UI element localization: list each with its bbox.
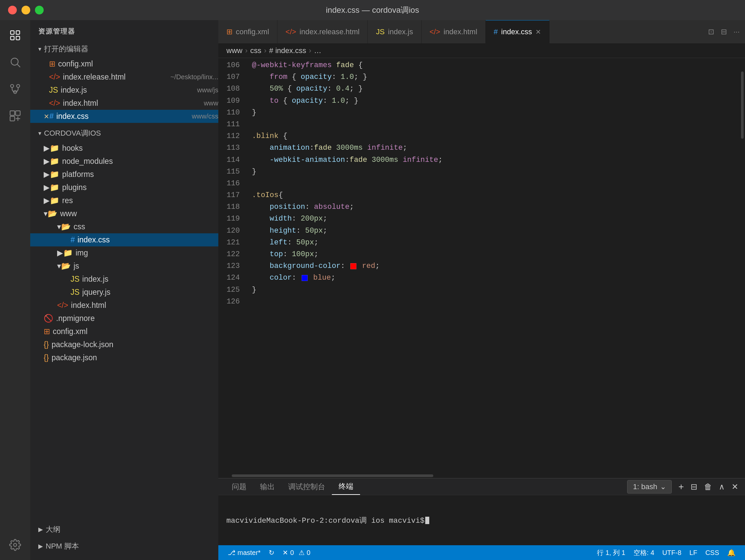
html-file-icon: </>	[57, 301, 68, 310]
outline-section[interactable]: ▶ 大纲	[30, 521, 218, 538]
terminal-tab-bar: 问题 输出 调试控制台 终端 1: bash ⌄ + ⊟ 🗑 ∧ ✕	[218, 479, 745, 495]
scrollbar[interactable]	[740, 58, 745, 473]
tab-close-icon[interactable]: ✕	[536, 28, 541, 36]
status-sync[interactable]: ↻	[265, 545, 279, 560]
breadcrumb-symbol[interactable]: …	[314, 46, 321, 55]
terminal-content[interactable]: macvivideMacBook-Pro-2:cordova调 ios macv…	[218, 495, 745, 545]
tree-item-label: jquery.js	[82, 288, 218, 297]
open-editor-path: www	[204, 99, 218, 107]
status-language[interactable]: CSS	[701, 549, 723, 557]
project-section[interactable]: ▾ CORDOVA调IOS	[30, 125, 218, 142]
open-editors-section[interactable]: ▾ 打开的编辑器	[30, 41, 218, 57]
tree-js-folder[interactable]: ▾ 📂 js	[30, 260, 218, 273]
shell-selector[interactable]: 1: bash ⌄	[627, 480, 672, 494]
error-icon: ✕	[283, 549, 288, 557]
status-line-ending[interactable]: LF	[685, 549, 701, 557]
npm-section[interactable]: ▶ NPM 脚本	[30, 538, 218, 555]
tab-css-icon: #	[494, 28, 498, 36]
code-editor[interactable]: 106 107 108 109 110 111 112 113 114 115 …	[218, 58, 745, 473]
tab-config-xml[interactable]: ⊞ config.xml	[218, 20, 278, 43]
tab-index-release[interactable]: </> index.release.html	[278, 20, 368, 43]
close-button[interactable]	[8, 6, 17, 14]
tab-problems[interactable]: 问题	[225, 479, 253, 495]
status-spaces[interactable]: 空格: 4	[629, 548, 658, 557]
open-editor-path: ~/Desktop/linx...	[170, 73, 218, 81]
tree-css[interactable]: ▾ 📂 css	[30, 220, 218, 233]
status-bar: ⎇ master* ↻ ✕ 0 ⚠ 0 行 1, 列 1 空格: 4	[218, 545, 745, 560]
tab-bar: ⊞ config.xml </> index.release.html JS i…	[218, 20, 745, 44]
tab-index-css[interactable]: # index.css ✕	[486, 20, 550, 43]
tree-npmignore[interactable]: 🚫 .npmignore	[30, 312, 218, 325]
open-editor-path: www/css	[192, 112, 218, 120]
chevron-up-icon[interactable]: ∧	[719, 482, 725, 492]
open-editors-arrow: ▾	[38, 45, 41, 53]
status-position[interactable]: 行 1, 列 1	[593, 548, 629, 557]
add-terminal-icon[interactable]: +	[679, 482, 684, 492]
tree-item-label: img	[75, 249, 218, 258]
tab-html-icon: </>	[286, 28, 296, 36]
tree-index-js[interactable]: JS index.js	[30, 273, 218, 286]
activity-settings[interactable]	[7, 536, 24, 553]
svg-rect-10	[16, 111, 21, 116]
activity-explorer[interactable]	[7, 27, 24, 44]
minimize-button[interactable]	[22, 6, 30, 14]
tree-plugins[interactable]: ▶ 📁 plugins	[30, 181, 218, 194]
status-errors[interactable]: ✕ 0 ⚠ 0	[279, 545, 314, 560]
horizontal-scrollbar-thumb[interactable]	[232, 474, 433, 477]
code-content[interactable]: @-webkit-keyframes fade { from { opacity…	[245, 58, 740, 473]
breadcrumb-file[interactable]: # index.css	[269, 46, 306, 55]
code-line	[245, 119, 740, 130]
status-notifications[interactable]: 🔔	[723, 549, 740, 557]
color-swatch-blue[interactable]	[302, 275, 308, 281]
breadcrumb-css[interactable]: css	[250, 46, 261, 55]
color-swatch-red[interactable]	[350, 263, 356, 269]
window-controls[interactable]	[8, 6, 44, 14]
split-editor-icon[interactable]: ⊡	[708, 28, 714, 36]
tree-node-modules[interactable]: ▶ 📁 node_modules	[30, 155, 218, 168]
code-line: height: 50px;	[245, 225, 740, 237]
open-editor-config-xml[interactable]: ⊞ config.xml	[30, 57, 218, 70]
code-line: left: 50px;	[245, 237, 740, 249]
tab-terminal[interactable]: 终端	[332, 479, 360, 495]
scrollbar-thumb[interactable]	[741, 71, 744, 139]
status-branch[interactable]: ⎇ master*	[224, 545, 265, 560]
activity-search[interactable]	[7, 54, 24, 70]
tree-platforms[interactable]: ▶ 📁 platforms	[30, 168, 218, 181]
open-editor-index-css[interactable]: ✕ # index.css www/css	[30, 110, 218, 123]
tab-xml-icon: ⊞	[226, 28, 232, 36]
tab-index-js[interactable]: JS index.js	[368, 20, 421, 43]
tree-www[interactable]: ▾ 📂 www	[30, 207, 218, 220]
tree-package-json[interactable]: {} package.json	[30, 351, 218, 364]
main-layout: 资源管理器 ▾ 打开的编辑器 ⊞ config.xml </> index.re…	[0, 20, 745, 560]
tree-item-label: plugins	[62, 183, 218, 192]
tree-hooks[interactable]: ▶ 📁 hooks	[30, 142, 218, 155]
tab-debug-console[interactable]: 调试控制台	[282, 479, 332, 495]
tab-output[interactable]: 输出	[253, 479, 282, 495]
tree-index-html[interactable]: </> index.html	[30, 299, 218, 312]
tree-img[interactable]: ▶ 📁 img	[30, 246, 218, 260]
code-line: width: 200px;	[245, 213, 740, 225]
tree-index-css[interactable]: # index.css	[30, 233, 218, 246]
folder-icon: 📁	[50, 183, 60, 192]
more-actions-icon[interactable]: ···	[734, 28, 740, 36]
trash-icon[interactable]: 🗑	[704, 482, 712, 492]
breadcrumb-www[interactable]: www	[226, 46, 242, 55]
horizontal-scrollbar[interactable]	[218, 473, 745, 478]
split-terminal-icon[interactable]: ⊟	[690, 482, 697, 492]
tree-jquery-js[interactable]: JS jquery.js	[30, 286, 218, 299]
tree-package-lock[interactable]: {} package-lock.json	[30, 338, 218, 351]
status-encoding[interactable]: UTF-8	[658, 549, 685, 557]
toggle-layout-icon[interactable]: ⊟	[721, 28, 727, 36]
tree-res[interactable]: ▶ 📁 res	[30, 194, 218, 207]
tree-item-label: config.xml	[53, 327, 218, 336]
tab-index-html[interactable]: </> index.html	[422, 20, 486, 43]
activity-scm[interactable]	[7, 80, 24, 97]
open-editor-index-js[interactable]: JS index.js www/js	[30, 84, 218, 97]
open-editor-index-release[interactable]: </> index.release.html ~/Desktop/linx...	[30, 70, 218, 84]
tab-html-icon: </>	[430, 28, 440, 36]
close-terminal-icon[interactable]: ✕	[732, 482, 738, 492]
tree-config-xml[interactable]: ⊞ config.xml	[30, 325, 218, 338]
open-editor-index-html[interactable]: </> index.html www	[30, 97, 218, 110]
activity-extensions[interactable]	[7, 107, 24, 124]
maximize-button[interactable]	[35, 6, 44, 14]
